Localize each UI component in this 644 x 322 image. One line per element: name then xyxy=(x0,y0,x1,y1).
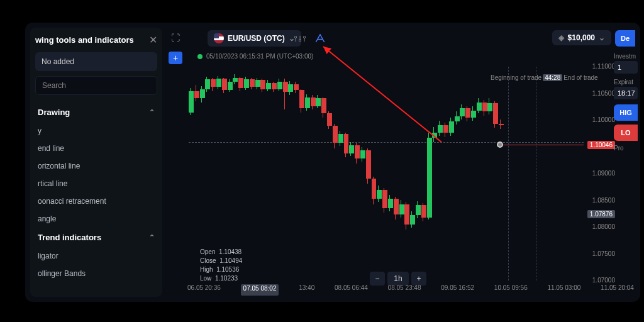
x-axis-label: 09.05 16:52 xyxy=(441,284,474,296)
drawing-tool-item[interactable]: rtical line xyxy=(35,175,157,192)
x-axis-label: 11.05 20:04 xyxy=(601,284,634,296)
higher-button[interactable]: HIG xyxy=(614,104,638,121)
x-axis-label: 06.05 20:36 xyxy=(187,284,221,296)
expiration-input[interactable]: 18:17 xyxy=(614,87,638,99)
live-dot-icon xyxy=(197,54,203,59)
y-axis-label: 1.11000 xyxy=(592,63,615,70)
ohlc-panel: Open 1.10438 Close 1.10494 High 1.10536 … xyxy=(200,248,242,283)
pair-selector[interactable]: EUR/USD (OTC) ⌄ xyxy=(208,30,301,47)
timeframe-current[interactable]: 1h xyxy=(387,272,409,286)
timeframe-plus[interactable]: + xyxy=(411,272,426,286)
drawing-tool-item[interactable]: y xyxy=(35,122,157,140)
deposit-button[interactable]: De xyxy=(615,30,635,47)
timestamp: 05/10/2023 06:15:31 PM (UTC+03:00) xyxy=(197,53,313,60)
timeframe-minus[interactable]: − xyxy=(370,272,385,286)
y-axis-label: 1.10000 xyxy=(592,116,615,123)
x-axis-label: 11.05 03:00 xyxy=(547,284,580,296)
search-input[interactable]: Search xyxy=(35,76,157,95)
profit-label: Pro xyxy=(614,145,638,152)
add-tab-button[interactable]: + xyxy=(169,52,182,64)
drawing-tool-item[interactable]: end line xyxy=(35,140,157,157)
chevron-up-icon: ⌃ xyxy=(149,233,155,242)
trend-section-header[interactable]: Trend indicators⌃ xyxy=(35,228,157,247)
layers-icon: ◈ xyxy=(558,33,564,42)
drawing-tools-panel: wing tools and indicators ✕ No added Sea… xyxy=(30,28,162,297)
trend-tool-item[interactable]: ligator xyxy=(35,247,157,265)
drawing-tool-item[interactable]: orizontal line xyxy=(35,157,157,175)
x-axis-label: 08.05 06:44 xyxy=(335,284,368,296)
y-axis-label: 1.09000 xyxy=(592,170,615,177)
trade-panel: Investm 1 Expirat 18:17 HIG LO Pro xyxy=(614,53,638,153)
close-icon[interactable]: ✕ xyxy=(149,34,157,46)
y-axis: 1.110001.105001.100001.095001.090001.085… xyxy=(585,67,615,280)
chevron-down-icon: ⌄ xyxy=(599,33,605,42)
drawing-tool-item[interactable]: oonacci retracement xyxy=(35,192,157,210)
drawing-tool-item[interactable]: angle xyxy=(35,210,157,228)
chevron-up-icon: ⌃ xyxy=(149,108,155,116)
panel-title: wing tools and indicators xyxy=(35,35,134,45)
y-axis-label: 1.07500 xyxy=(592,250,615,257)
investment-label: Investm xyxy=(614,53,638,60)
trend-tool-item[interactable]: ollinger Bands xyxy=(35,265,157,282)
x-axis-label: 13:40 xyxy=(299,284,314,296)
drawing-section-header[interactable]: Drawing⌃ xyxy=(35,103,157,122)
drawing-tools-button[interactable] xyxy=(312,30,328,47)
x-axis-label: 07.05 08:02 xyxy=(241,284,279,296)
x-axis-label: 08.05 23:48 xyxy=(388,284,421,296)
flag-icon xyxy=(214,33,224,43)
x-axis: 06.05 20:3607.05 08:0213:4008.05 06:4408… xyxy=(187,284,634,296)
fullscreen-icon[interactable]: ⛶ xyxy=(171,33,180,43)
timeframe-control: − 1h + xyxy=(370,272,426,286)
no-added-row: No added xyxy=(35,52,157,71)
lower-button[interactable]: LO xyxy=(614,125,638,141)
ref-price-tag: 1.07876 xyxy=(587,210,615,218)
y-axis-label: 1.10500 xyxy=(592,90,615,97)
app-frame: wing tools and indicators ✕ No added Sea… xyxy=(25,23,640,302)
current-price-tag: 1.10046 xyxy=(587,141,615,149)
y-axis-label: 1.07000 xyxy=(592,277,615,284)
investment-input[interactable]: 1 xyxy=(614,61,638,74)
balance-selector[interactable]: ◈ $10,000 ⌄ xyxy=(552,30,611,45)
y-axis-label: 1.08500 xyxy=(592,197,615,204)
expiration-label: Expirat xyxy=(614,79,638,86)
y-axis-label: 1.08000 xyxy=(592,223,615,230)
candlestick-chart[interactable] xyxy=(189,67,574,280)
indicators-button[interactable]: ⫯⫰⫯ xyxy=(292,30,308,47)
x-axis-label: 10.05 09:56 xyxy=(494,284,528,296)
